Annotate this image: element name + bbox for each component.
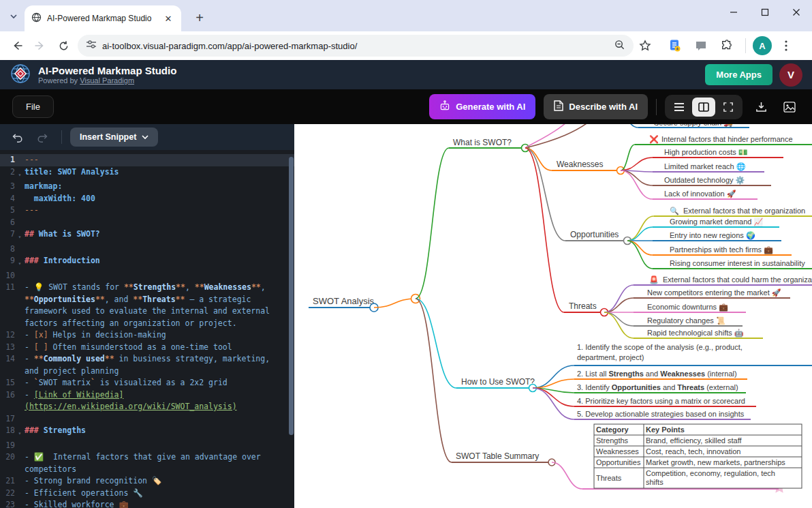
fold-arrow-icon[interactable]: ▾ [15,228,25,243]
node-label[interactable]: Opportunities [570,230,619,239]
editor-line-text[interactable]: --- [25,205,287,217]
editor-line[interactable]: 9▾### Introduction [0,255,294,270]
editor-line[interactable]: 23- Skilled workforce 💼 [0,499,294,508]
editor-line[interactable]: 3markmap: [0,181,294,193]
node-label[interactable]: Growing market demand 📈 [670,217,763,226]
window-close-button[interactable] [781,0,812,25]
editor-line-text[interactable]: markmap: [25,181,287,193]
editor-line[interactable]: 1--- [0,154,294,166]
editor-line[interactable]: 10 [0,270,294,282]
editor-line-text[interactable]: - `SWOT matrix` is visualized as a 2x2 g… [25,377,287,389]
node-label[interactable]: SWOT Table Summary [456,451,539,461]
undo-icon[interactable] [7,127,27,147]
editor-line[interactable]: 12- [x] Helps in decision-making [0,329,294,342]
tab-close-icon[interactable]: ✕ [162,12,174,25]
comment-extension-icon[interactable] [689,34,713,57]
editor-line[interactable]: 20- ✅ Internal factors that give an adva… [0,451,294,475]
node-label[interactable]: Partnerships with tech firms 💼 [670,245,773,254]
mindmap-svg[interactable]: markmapSWOT AnalysisWhat is SWOT?Secure … [294,124,812,508]
editor-line[interactable]: 6 [0,217,294,229]
editor-line-text[interactable]: - 💡 SWOT stands for **Strengths**, **Wea… [25,282,287,329]
node-label[interactable]: Entry into new regions 🌍 [670,230,755,240]
node-label[interactable]: Outdated technology ⚙️ [664,175,745,185]
editor-line[interactable]: 17 [0,413,294,425]
node-label[interactable]: Limited market reach 🌐 [664,162,746,171]
editor-line[interactable]: 7▾## What is SWOT? [0,228,294,243]
code-editor[interactable]: 1---2▾title: SWOT Analysis3markmap:4 max… [0,150,294,508]
editor-line-text[interactable]: --- [25,154,287,166]
editor-line-text[interactable]: - Efficient operations 🔧 [25,488,287,500]
editor-line-text[interactable]: maxWidth: 400 [25,193,287,205]
window-maximize-button[interactable] [749,0,781,25]
node-label[interactable]: 1. Identify the scope of the analysis (e… [577,343,743,351]
editor-line-text[interactable] [25,440,287,452]
user-avatar[interactable]: V [779,63,802,87]
node-label[interactable]: Lack of innovation 🚀 [664,189,736,198]
fold-arrow-icon[interactable]: ▾ [15,425,25,440]
editor-line-text[interactable] [25,243,287,256]
node-label[interactable]: 5. Develop actionable strategies based o… [577,410,745,418]
editor-line[interactable]: 21- Strong brand recognition 🏷️ [0,475,294,488]
node-label[interactable]: High production costs 💵 [664,147,748,157]
describe-with-ai-button[interactable]: Describe with AI [544,94,648,119]
node-label[interactable]: 3. Identify Opportunities and Threats (e… [577,383,738,391]
node-label[interactable]: 4. Prioritize key factors using a matrix… [577,397,745,405]
editor-line-text[interactable]: ### Introduction [25,255,287,270]
editor-line[interactable]: 14- **Commonly used** in business strate… [0,353,294,377]
editor-line-text[interactable]: ## What is SWOT? [25,228,287,243]
docs-extension-icon[interactable] [663,34,687,57]
editor-line-text[interactable]: title: SWOT Analysis [25,166,287,181]
node-label[interactable]: What is SWOT? [453,138,512,147]
editor-line[interactable]: 13- [ ] Often misunderstood as a one-tim… [0,342,294,354]
editor-scrollbar[interactable] [289,157,294,435]
editor-line[interactable]: 8 [0,243,294,256]
editor-line[interactable]: 18▾### Strengths [0,425,294,440]
browser-menu-kebab-icon[interactable] [775,34,798,57]
address-bar[interactable]: ai-toolbox.visual-paradigm.com/app/ai-po… [78,35,634,57]
bookmark-star-icon[interactable] [634,34,657,57]
split-view-button[interactable] [692,98,715,117]
node-label[interactable]: External factors that the organization [683,207,805,215]
editor-line-text[interactable]: - **Commonly used** in business strategy… [25,353,287,377]
editor-line-text[interactable]: - [Link of Wikipedia](https://en.wikiped… [25,389,287,413]
editor-line-text[interactable]: - Skilled workforce 💼 [25,499,287,508]
node-label[interactable]: Weaknesses [557,160,603,169]
editor-line[interactable]: 11- 💡 SWOT stands for **Strengths**, **W… [0,282,294,329]
url-text[interactable]: ai-toolbox.visual-paradigm.com/app/ai-po… [102,41,614,51]
node-label[interactable]: How to Use SWOT? [461,377,535,387]
visual-paradigm-link[interactable]: Visual Paradigm [80,76,134,85]
download-icon[interactable] [751,97,771,117]
insert-snippet-button[interactable]: Insert Snippet [70,128,158,147]
editor-line[interactable]: 2▾title: SWOT Analysis [0,166,294,181]
editor-line[interactable]: 4 maxWidth: 400 [0,193,294,205]
window-minimize-button[interactable] [718,0,749,25]
new-tab-button[interactable]: + [191,10,208,26]
fold-arrow-icon[interactable]: ▾ [15,166,25,181]
editor-only-view-button[interactable] [668,98,691,117]
node-label[interactable]: Regulatory changes 📜 [647,316,725,325]
editor-line[interactable]: 16- [Link of Wikipedia](https://en.wikip… [0,389,294,413]
node-label[interactable]: New competitors entering the market 🚀 [647,288,781,297]
reload-button-icon[interactable] [52,34,75,57]
browser-profile-avatar[interactable]: A [753,36,772,55]
editor-line-text[interactable]: - ✅ Internal factors that give an advant… [25,451,287,475]
file-menu-button[interactable]: File [12,95,54,118]
editor-line-text[interactable]: - [ ] Often misunderstood as a one-time … [25,342,287,354]
editor-line[interactable]: 15- `SWOT matrix` is visualized as a 2x2… [0,377,294,389]
back-button-icon[interactable] [5,34,29,57]
fold-arrow-icon[interactable]: ▾ [15,255,25,270]
node-label[interactable]: Rising consumer interest in sustainabili… [670,259,805,267]
node-label[interactable]: Rapid technological shifts 🤖 [647,328,744,338]
editor-line[interactable]: 5--- [0,205,294,217]
forward-button-icon[interactable] [29,34,52,57]
browser-tab[interactable]: AI-Powered Markmap Studio ✕ [25,5,181,31]
editor-line-text[interactable] [25,270,287,282]
tab-search-chevron-icon[interactable] [5,8,22,25]
more-apps-button[interactable]: More Apps [705,64,772,85]
node-label[interactable]: SWOT Analysis [313,296,375,306]
editor-line[interactable]: 19 [0,440,294,452]
generate-with-ai-button[interactable]: Generate with AI [429,94,535,119]
node-label[interactable]: department, project) [577,353,644,361]
editor-line-text[interactable]: ### Strengths [25,425,287,440]
extensions-puzzle-icon[interactable] [715,34,738,57]
